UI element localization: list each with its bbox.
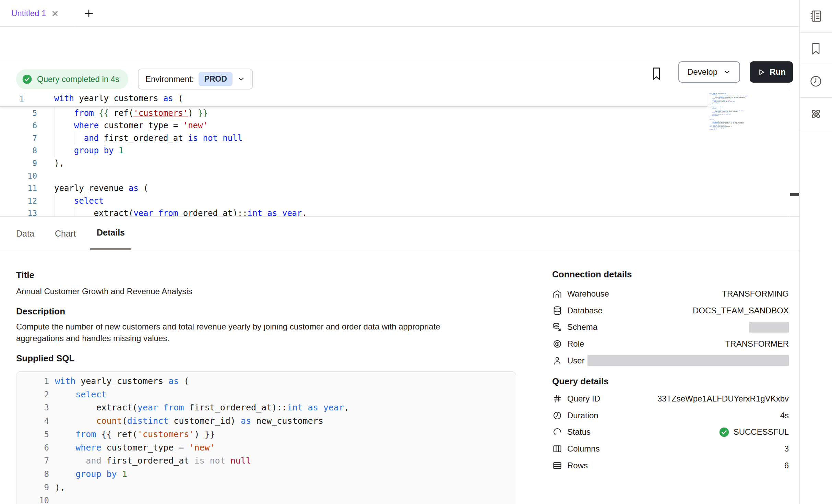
indent-guide xyxy=(74,132,74,144)
code-token: select xyxy=(74,196,104,206)
dbt-semantic-layer-icon xyxy=(809,107,823,121)
close-icon[interactable] xyxy=(51,9,59,18)
row-label: Status xyxy=(567,427,591,437)
sidebar-button-dbt-semantic-layer[interactable] xyxy=(800,98,832,130)
tab-details[interactable]: Details xyxy=(90,217,131,250)
code-token: 1 xyxy=(122,469,127,479)
bookmark-button[interactable] xyxy=(648,65,665,83)
code-token: {{ ref( xyxy=(96,429,137,439)
clock-icon xyxy=(809,74,823,88)
minimap-line: order by 1 xyxy=(710,129,748,130)
row-label: Query ID xyxy=(567,394,600,404)
tab-chart[interactable]: Chart xyxy=(55,217,76,250)
code-token: = xyxy=(179,443,184,453)
tab-bar: Untitled 1 xyxy=(0,0,799,27)
editor-minimap[interactable]: with yearly_customers as ( select extrac… xyxy=(710,93,748,131)
code-token: is not null xyxy=(188,133,242,143)
query-row-columns: Columns3 xyxy=(552,441,789,457)
code-line: from {{ ref('customers') }} xyxy=(54,108,208,118)
new-tab-button[interactable] xyxy=(80,0,98,27)
query-row-rows: Rows6 xyxy=(552,457,789,474)
code-token: yearly_revenue xyxy=(54,183,129,193)
query-row-duration: Duration4s xyxy=(552,407,789,424)
title-value: Annual Customer Growth and Revenue Analy… xyxy=(16,287,192,296)
code-token: distinct xyxy=(127,416,168,426)
code-token: ( xyxy=(179,376,189,386)
code-token: as xyxy=(129,183,139,193)
connection-row-role: RoleTRANSFORMER xyxy=(552,336,789,352)
editor-line-12: 12 select xyxy=(0,194,789,207)
redacted-value xyxy=(749,322,789,333)
sql-code-editor[interactable]: 5 from {{ ref('customers') }}6 where cus… xyxy=(0,90,799,217)
sidebar-button-notebook[interactable] xyxy=(800,0,832,33)
title-heading: Title xyxy=(16,270,34,280)
right-sidebar xyxy=(799,0,832,504)
editor-scrollbar-thumb[interactable] xyxy=(790,193,799,196)
code-token: , xyxy=(748,95,748,97)
line-number: 7 xyxy=(16,456,49,466)
sql-line-1: 1with yearly_customers as ( xyxy=(16,375,516,388)
ref-link[interactable]: 'customers' xyxy=(133,108,188,118)
code-line: select xyxy=(55,389,107,399)
tab-untitled-1[interactable]: Untitled 1 xyxy=(0,0,76,27)
supplied-sql-heading: Supplied SQL xyxy=(16,353,74,364)
code-token: first_ordered_at xyxy=(101,456,194,466)
code-token: ), xyxy=(55,482,65,492)
code-token: int xyxy=(287,403,302,412)
line-number: 5 xyxy=(16,430,49,439)
code-token: where xyxy=(74,121,99,130)
tab-data[interactable]: Data xyxy=(16,217,34,250)
sidebar-button-bookmark[interactable] xyxy=(800,33,832,65)
rows-icon xyxy=(552,460,562,471)
editor-line-11: 11yearly_revenue as ( xyxy=(0,182,789,195)
develop-dropdown-button[interactable]: Develop xyxy=(678,61,740,83)
code-token xyxy=(318,403,323,412)
columns-icon xyxy=(552,444,562,454)
sql-line-2: 2 select xyxy=(16,388,516,402)
code-token: as xyxy=(267,208,277,217)
code-line: with yearly_customers as ( xyxy=(55,376,189,386)
code-token: with xyxy=(55,376,75,386)
sql-line-7: 7 and first_ordered_at is not null xyxy=(16,455,516,468)
code-token: year xyxy=(282,208,302,217)
code-line: from {{ ref('customers') }} xyxy=(55,429,215,439)
editor-line-10: 10 xyxy=(0,169,789,182)
code-token xyxy=(55,389,75,399)
line-number: 8 xyxy=(0,146,37,155)
query-status-badge: Query completed in 4s xyxy=(16,69,128,89)
sql-line-5: 5 from {{ ref('customers') }} xyxy=(16,428,516,442)
code-token xyxy=(94,108,99,118)
code-token: count xyxy=(96,416,122,426)
code-token: int xyxy=(248,208,262,217)
line-number: 4 xyxy=(16,416,49,426)
code-token: is not null xyxy=(724,113,732,115)
code-token: 'new' xyxy=(183,121,208,130)
code-token: ( xyxy=(173,94,183,103)
row-label: Role xyxy=(567,339,584,349)
connection-details-heading: Connection details xyxy=(552,269,632,280)
run-button[interactable]: Run xyxy=(750,61,793,83)
code-token: order by xyxy=(710,129,715,130)
check-circle-icon xyxy=(718,427,730,438)
line-number: 10 xyxy=(16,496,49,504)
code-token: is not null xyxy=(728,101,736,102)
code-token: 'customers' xyxy=(138,429,194,439)
sidebar-button-clock[interactable] xyxy=(800,65,832,98)
chevron-down-icon xyxy=(237,75,245,83)
row-value: 33TZseWpe1ALFDUYerxR1gVKxbv xyxy=(657,394,789,404)
results-tab-bar: DataChartDetails xyxy=(0,217,799,250)
description-value: Compute the number of new customers and … xyxy=(16,321,441,344)
code-line: yearly_revenue as ( xyxy=(54,183,148,193)
environment-dropdown[interactable]: Environment: PROD xyxy=(138,69,253,89)
code-token: and xyxy=(86,456,101,466)
code-token: first_ordered_at):: xyxy=(184,403,287,412)
code-token: with xyxy=(54,94,74,103)
code-token: as xyxy=(168,376,179,386)
code-line: where customer_type = 'new' xyxy=(55,443,215,453)
editor-line-6: 6 where customer_type = 'new' xyxy=(0,119,789,132)
code-line: where customer_type = 'new' xyxy=(54,121,208,130)
code-token: 1 xyxy=(718,102,719,104)
code-token: from xyxy=(163,403,184,412)
code-token: customer_id) xyxy=(168,416,241,426)
code-token: select xyxy=(75,389,106,399)
